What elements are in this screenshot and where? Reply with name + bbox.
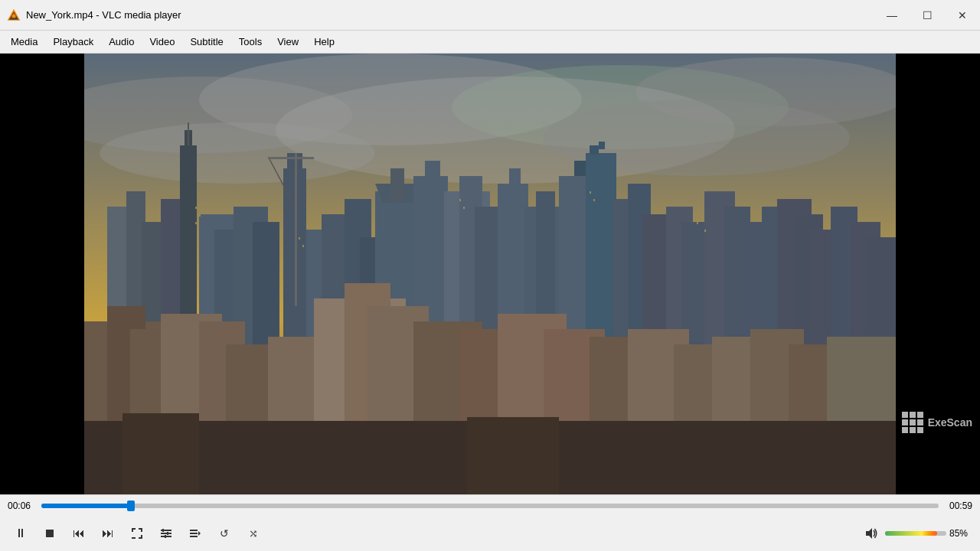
video-container[interactable]: ExeScan [0, 54, 980, 494]
menu-media[interactable]: Media [3, 33, 45, 51]
seek-filled [41, 504, 131, 508]
video-letterbox-right [896, 54, 980, 494]
volume-percent: 85% [949, 528, 972, 539]
svg-rect-34 [390, 168, 404, 203]
svg-rect-103 [789, 429, 865, 494]
svg-rect-3 [13, 13, 15, 15]
svg-rect-101 [582, 429, 651, 494]
svg-rect-48 [599, 142, 605, 149]
svg-rect-102 [681, 421, 766, 494]
prev-button[interactable]: ⏮ [66, 520, 92, 546]
volume-bar[interactable] [885, 531, 946, 536]
svg-rect-100 [467, 417, 559, 494]
svg-rect-85 [195, 207, 197, 209]
svg-rect-108 [167, 532, 168, 535]
loop-button[interactable]: ↺ [211, 520, 237, 546]
svg-rect-105 [161, 533, 172, 534]
svg-rect-90 [459, 199, 461, 201]
window-controls: — ☐ ✕ [874, 0, 980, 31]
seek-thumb [127, 500, 135, 511]
controls-area: 00:06 00:59 ⏸ ⏹ ⏮ ⏭ [0, 494, 980, 551]
svg-rect-98 [237, 421, 299, 494]
svg-rect-87 [195, 222, 197, 224]
svg-rect-41 [509, 168, 521, 184]
time-current: 00:06 [8, 500, 35, 511]
svg-rect-18 [188, 122, 189, 145]
volume-button[interactable] [861, 523, 882, 544]
title-bar: New_York.mp4 - VLC media player — ☐ ✕ [0, 0, 980, 31]
svg-rect-86 [199, 214, 201, 217]
playlist-button[interactable] [182, 520, 208, 546]
svg-rect-36 [425, 161, 440, 176]
time-total: 00:59 [945, 500, 972, 511]
video-frame [84, 54, 896, 494]
menu-audio[interactable]: Audio [101, 33, 142, 51]
stop-button[interactable]: ⏹ [37, 520, 63, 546]
svg-rect-88 [299, 237, 300, 240]
svg-rect-91 [463, 207, 465, 209]
menu-subtitle[interactable]: Subtitle [182, 33, 230, 51]
volume-filled [885, 531, 937, 536]
volume-area: 85% [861, 523, 972, 544]
menu-help[interactable]: Help [306, 33, 342, 51]
menu-playback[interactable]: Playback [45, 33, 101, 51]
svg-rect-92 [590, 191, 591, 194]
svg-rect-89 [302, 245, 304, 247]
seek-bar[interactable] [41, 504, 939, 508]
svg-rect-99 [352, 429, 429, 494]
next-button[interactable]: ⏭ [95, 520, 121, 546]
menu-view[interactable]: View [270, 33, 306, 51]
maximize-button[interactable]: ☐ [910, 0, 945, 31]
video-letterbox-left [0, 54, 84, 494]
video-content [84, 54, 896, 494]
svg-rect-94 [697, 222, 698, 224]
svg-rect-112 [190, 536, 198, 537]
svg-marker-114 [866, 528, 872, 539]
random-button[interactable]: ⤭ [240, 520, 266, 546]
menu-video[interactable]: Video [142, 33, 182, 51]
menu-bar: Media Playback Audio Video Subtitle Tool… [0, 31, 980, 54]
svg-point-10 [100, 122, 375, 184]
svg-rect-107 [162, 529, 164, 532]
menu-tools[interactable]: Tools [231, 33, 270, 51]
svg-rect-95 [704, 230, 706, 232]
playback-row: ⏸ ⏹ ⏮ ⏭ [0, 517, 980, 551]
svg-rect-97 [122, 413, 199, 494]
close-button[interactable]: ✕ [945, 0, 980, 31]
svg-rect-93 [593, 199, 595, 201]
svg-rect-110 [190, 530, 198, 531]
svg-marker-113 [198, 531, 201, 536]
svg-rect-25 [295, 153, 297, 306]
svg-rect-45 [574, 161, 586, 176]
fullscreen-button[interactable] [124, 520, 150, 546]
minimize-button[interactable]: — [874, 0, 910, 31]
window-title: New_York.mp4 - VLC media player [26, 9, 974, 21]
vlc-icon [6, 8, 21, 23]
svg-rect-109 [165, 535, 166, 538]
svg-rect-111 [190, 533, 198, 534]
seek-row: 00:06 00:59 [0, 495, 980, 517]
play-pause-button[interactable]: ⏸ [8, 520, 34, 546]
svg-rect-47 [590, 145, 599, 155]
extended-button[interactable] [153, 520, 179, 546]
svg-rect-26 [268, 157, 314, 159]
